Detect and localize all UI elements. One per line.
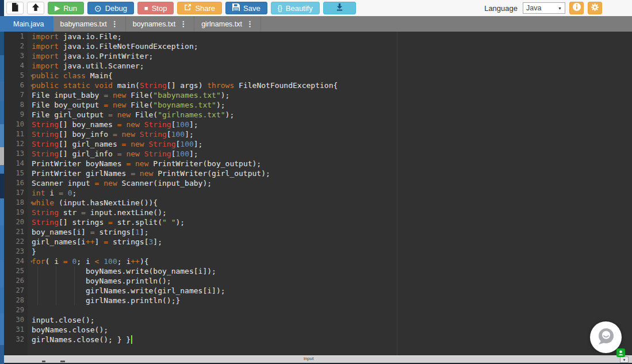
upload-button[interactable] — [27, 2, 44, 14]
download-button[interactable] — [323, 2, 356, 14]
line-number: 15 — [4, 168, 28, 178]
save-icon — [232, 3, 240, 13]
code-line: 30input.close(); — [4, 315, 632, 325]
line-number: 32 — [4, 335, 28, 344]
stop-button[interactable]: ■ Stop — [137, 2, 174, 14]
code-line: 32girlNames.close(); } } — [4, 335, 632, 344]
code-text: import java.io.File; — [32, 32, 122, 41]
code-text: String[] boy_names = new String[100]; — [32, 120, 198, 129]
line-number: 30 — [4, 315, 28, 325]
share-label: Share — [195, 4, 215, 13]
tab-menu-dots-icon[interactable]: ⋮ — [111, 20, 118, 28]
line-number: 9 — [4, 110, 28, 120]
beautify-button[interactable]: {} Beautify — [271, 2, 320, 14]
code-line: 27 girlNames.write(girl_names[i]); — [4, 286, 632, 296]
editor-tab-girlnames-txt[interactable]: girlnames.txt⋮ — [194, 16, 261, 32]
line-number: 17 — [4, 188, 28, 198]
code-line: 5▾public class Main{ — [4, 71, 632, 81]
code-text: while (input.hasNextLine()){ — [32, 198, 158, 208]
code-text: import java.io.PrintWriter; — [32, 51, 153, 61]
run-button[interactable]: ▶ Run — [48, 2, 84, 14]
debug-button[interactable]: ⊙ Debug — [87, 2, 134, 14]
code-line: 22girl_names[i++] = strings[3]; — [4, 237, 632, 247]
info-button[interactable] — [569, 2, 584, 14]
code-text: String[] boy_info = new String[100]; — [32, 129, 194, 139]
panel-collapse-button[interactable]: ▼ — [620, 357, 629, 363]
code-line: 14PrintWriter boyNames = new PrintWriter… — [4, 159, 632, 168]
chevron-down-icon: ▼ — [623, 358, 626, 362]
language-select[interactable]: Java ▼ — [523, 2, 565, 14]
code-line: 23} — [4, 247, 632, 256]
line-number: 8 — [4, 100, 28, 110]
tab-label: Main.java — [13, 20, 44, 28]
code-line: 4import java.util.Scanner; — [4, 61, 632, 71]
editor-tab-boynames-txt[interactable]: boynames.txt⋮ — [126, 16, 194, 32]
code-line: 1import java.io.File; — [4, 32, 632, 41]
app-window: ▶ Run ⊙ Debug ■ Stop Share Save {} Beaut… — [0, 0, 632, 364]
info-icon — [572, 2, 581, 14]
left-strip — [0, 0, 4, 364]
save-button[interactable]: Save — [225, 2, 267, 14]
code-text: File boy_output = new File("boynames.txt… — [32, 100, 225, 110]
code-text: Scanner input = new Scanner(input_baby); — [32, 178, 212, 188]
code-text: File girl_output = new File("girlnames.t… — [32, 110, 234, 120]
line-number: 5▾ — [4, 71, 28, 81]
left-strip-segment — [0, 260, 4, 288]
line-number: 4 — [4, 61, 28, 71]
line-number: 3 — [4, 51, 28, 61]
chat-bubble-icon — [596, 327, 616, 348]
code-text: int i = 0; — [32, 188, 76, 198]
code-line: 3import java.io.PrintWriter; — [4, 51, 632, 61]
tab-bar: Main.javababynames.txt⋮boynames.txt⋮girl… — [0, 16, 632, 32]
editor-tab-main-java[interactable]: Main.java — [4, 16, 53, 32]
new-file-button[interactable] — [6, 2, 24, 14]
code-text: public static void main(String[] args) t… — [32, 81, 338, 90]
left-strip-segment — [0, 198, 4, 225]
code-text: PrintWriter girlNames = new PrintWriter(… — [32, 168, 270, 178]
stop-label: Stop — [152, 4, 167, 13]
tab-label: girlnames.txt — [201, 20, 242, 28]
line-number: 11 — [4, 129, 28, 139]
code-line: 8File boy_output = new File("boynames.tx… — [4, 100, 632, 110]
code-line: 24▾for( i = 0; i < 100; i++){ — [4, 256, 632, 266]
code-line: 12String[] girl_names = new String[100]; — [4, 139, 632, 149]
code-text: girlNames.close(); } } — [32, 335, 132, 344]
line-number: 21 — [4, 227, 28, 237]
tab-menu-dots-icon[interactable]: ⋮ — [246, 20, 254, 28]
settings-button[interactable] — [588, 2, 602, 14]
left-strip-segment — [0, 165, 4, 174]
code-line: 15PrintWriter girlNames = new PrintWrite… — [4, 168, 632, 178]
left-strip-segment — [0, 101, 4, 124]
line-number: 2 — [4, 41, 28, 51]
code-line: 25 boyNames.write(boy_names[i]); — [4, 266, 632, 276]
left-strip-segment — [0, 174, 4, 198]
editor-tab-babynames-txt[interactable]: babynames.txt⋮ — [53, 16, 126, 32]
code-line: 20String[] strings = str.split(" "); — [4, 217, 632, 227]
code-line: 2import java.io.FileNotFoundException; — [4, 41, 632, 51]
upload-icon — [32, 3, 40, 13]
share-button[interactable]: Share — [177, 2, 222, 14]
extension-badge-icon[interactable] — [616, 348, 625, 357]
debug-label: Debug — [105, 4, 127, 13]
code-text: String str = input.nextLine(); — [32, 208, 167, 217]
code-editor[interactable]: 1import java.io.File;2import java.io.Fil… — [4, 32, 632, 355]
code-text: import java.util.Scanner; — [32, 61, 144, 71]
text-cursor — [131, 335, 132, 344]
code-text: girl_names[i++] = strings[3]; — [32, 237, 162, 247]
line-number: 29 — [4, 305, 28, 315]
line-number: 28 — [4, 296, 28, 305]
input-panel-label: input — [304, 356, 313, 361]
code-line: 28 girlNames.println();} — [4, 296, 632, 305]
play-icon: ▶ — [55, 5, 60, 12]
debug-icon: ⊙ — [94, 4, 102, 13]
tab-menu-dots-icon[interactable]: ⋮ — [179, 20, 187, 28]
code-text: } — [32, 247, 36, 256]
code-text: String[] strings = str.split(" "); — [32, 217, 185, 227]
code-text: File input_baby = new File("babynames.tx… — [32, 90, 229, 100]
new-file-icon — [12, 3, 18, 14]
toolbar-right-group: Language Java ▼ — [484, 2, 602, 14]
line-number: 10 — [4, 120, 28, 129]
line-number: 24▾ — [4, 256, 28, 266]
line-number: 6▾ — [4, 81, 28, 90]
line-number: 14 — [4, 159, 28, 168]
